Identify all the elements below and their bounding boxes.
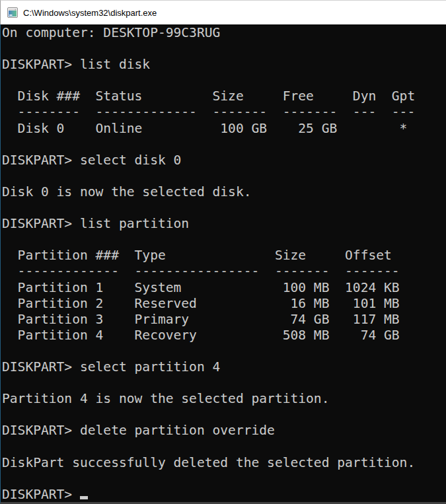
console-window-icon[interactable] [7,7,18,18]
partition-table-row: Partition 2 Reserved 16 MB 101 MB [2,296,446,312]
console-line: DISKPART> list partition [2,216,446,232]
console-line [2,73,446,89]
diskpart-console-window: C:\Windows\system32\diskpart.exe On comp… [0,0,446,504]
console-line [2,343,446,359]
console-line [2,407,446,423]
console-line: Partition 4 is now the selected partitio… [2,391,446,407]
console-line: DISKPART> list disk [2,57,446,73]
console-line: DISKPART> delete partition override [2,423,446,439]
text-cursor [80,496,88,499]
console-output[interactable]: On computer: DESKTOP-99C3RUG DISKPART> l… [0,24,446,504]
console-line [2,168,446,184]
console-line: Disk 0 is now the selected disk. [2,184,446,200]
console-line [2,41,446,57]
disk-table-header: Disk ### Status Size Free Dyn Gpt [2,89,446,104]
console-line: DiskPart successfully deleted the select… [2,455,446,471]
disk-table-row: Disk 0 Online 100 GB 25 GB * [2,121,446,137]
console-line [2,375,446,391]
console-line [2,232,446,248]
title-bar[interactable]: C:\Windows\system32\diskpart.exe [0,0,446,24]
prompt-text: DISKPART> [2,487,80,502]
partition-table-header: Partition ### Type Size Offset [2,248,446,264]
console-line: DISKPART> select partition 4 [2,359,446,375]
partition-table-row: Partition 1 System 100 MB 1024 KB [2,280,446,296]
disk-table-separator: -------- ------------- ------- ------- -… [2,104,446,120]
console-line [2,137,446,153]
window-title: C:\Windows\system32\diskpart.exe [23,8,157,18]
partition-table-row: Partition 4 Recovery 508 MB 74 GB [2,328,446,343]
console-line [2,471,446,487]
prompt-line[interactable]: DISKPART> [2,487,446,503]
console-line: DISKPART> select disk 0 [2,153,446,168]
console-line: On computer: DESKTOP-99C3RUG [2,25,446,41]
partition-table-separator: ------------- ---------------- ------- -… [2,264,446,279]
partition-table-row: Partition 3 Primary 74 GB 117 MB [2,312,446,328]
console-line [2,200,446,216]
console-line [2,439,446,454]
